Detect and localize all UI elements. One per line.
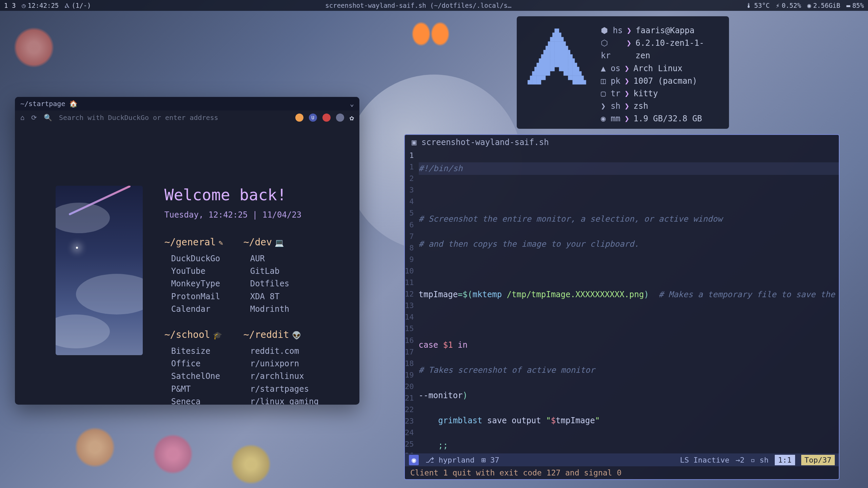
bookmark-icon[interactable]: ✿ [350, 114, 354, 122]
category-school: ~/school🎓 Bitesize Office SatchelOne P&M… [164, 329, 223, 405]
clock-icon: ◷ [22, 2, 25, 9]
extension-icon-4[interactable] [336, 114, 344, 122]
git-branch: ⎇ hyprland [426, 456, 474, 464]
memory-widget: ◉ 2.56GiB [807, 2, 841, 9]
editor-status-line: ◉ ⎇ hyprland ⊞ 37 LS Inactive →2 ▫ sh 1:… [405, 453, 839, 466]
category-general: ~/general✎ DuckDuckGo YouTube MonkeyType… [164, 237, 223, 316]
browser-tab-bar: ~/startpage 🏠 ⌄ [15, 97, 359, 110]
datetime-text: Tuesday, 12:42:25 | 11/04/23 [164, 210, 319, 220]
status-bar: 1 3 ◷ 12:42:25 Ⲁ (1/-) screenshot-waylan… [0, 0, 868, 11]
browser-tab[interactable]: ~/startpage 🏠 [20, 100, 78, 108]
arch-logo: ▄ ▟█▙ ▟███▙ ▟█████▙ ▟███████▙ ▟███▀ ▀███… [528, 24, 589, 125]
workspace-indicator[interactable]: 1 3 [4, 2, 16, 9]
mem-icon: ◉ [807, 2, 811, 9]
system-info: ⬢ hs❯faaris@Kappa ⬡ kr❯6.2.10-zen1-1-zen… [601, 24, 718, 125]
refresh-icon[interactable]: ⟳ [31, 114, 37, 122]
link-gitlab[interactable]: GitLab [250, 265, 319, 278]
link-linuxgaming[interactable]: r/linux_gaming [250, 395, 319, 405]
link-pmt[interactable]: P&MT [171, 383, 223, 395]
extension-icon-3[interactable] [322, 114, 331, 122]
link-startpages[interactable]: r/startpages [250, 383, 319, 395]
temp-icon: 🌡 [746, 2, 752, 9]
pencil-icon: ✎ [218, 239, 223, 247]
category-dev: ~/dev💻 AUR GitLab Dotfiles XDA 8T Modrin… [243, 237, 319, 316]
welcome-heading: Welcome back! [164, 186, 319, 204]
startpage-image [56, 186, 143, 355]
graduation-icon: 🎓 [213, 331, 222, 340]
extension-icon-1[interactable] [295, 114, 303, 122]
link-monkeytype[interactable]: MonkeyType [171, 278, 223, 290]
link-modrinth[interactable]: Modrinth [250, 303, 319, 316]
code-area[interactable]: #!/bin/sh # Screenshot the entire monito… [419, 150, 839, 453]
cursor-position: 1:1 [775, 455, 795, 465]
startpage-content: Welcome back! Tuesday, 12:42:25 | 11/04/… [15, 125, 359, 405]
link-bitesize[interactable]: Bitesize [171, 345, 223, 358]
link-office[interactable]: Office [171, 358, 223, 370]
link-seneca[interactable]: Seneca [171, 395, 223, 405]
terminal-neofetch[interactable]: ▄ ▟█▙ ▟███▙ ▟█████▙ ▟███████▙ ▟███▀ ▀███… [517, 16, 729, 129]
browser-window: ~/startpage 🏠 ⌄ ⌂ ⟳ 🔍 Search with DuckDu… [15, 97, 359, 405]
mode-badge: ◉ [409, 455, 419, 465]
scroll-position: Top/37 [801, 455, 835, 465]
layout-text: (1/-) [72, 2, 91, 9]
cpu-icon: ⚡ [776, 2, 780, 9]
laptop-icon: 💻 [275, 239, 284, 247]
link-protonmail[interactable]: ProtonMail [171, 290, 223, 303]
line-count: ⊞ 37 [481, 456, 499, 464]
window-title: screenshot-wayland-saif.sh (~/dotfiles/.… [91, 2, 746, 9]
battery-icon: ▬ [846, 2, 850, 9]
indent-status: →2 [735, 456, 745, 464]
browser-toolbar: ⌂ ⟳ 🔍 Search with DuckDuckGo or enter ad… [15, 110, 359, 125]
address-bar[interactable]: Search with DuckDuckGo or enter address [59, 114, 289, 122]
temperature-widget: 🌡 53°C [746, 2, 770, 9]
link-aur[interactable]: AUR [250, 252, 319, 265]
battery-widget: ▬ 85% [846, 2, 864, 9]
clock: 12:42:25 [28, 2, 59, 9]
editor-tab[interactable]: ▣ screenshot-wayland-saif.sh [405, 135, 839, 150]
editor-message: Client 1 quit with exit code 127 and sig… [405, 466, 839, 479]
link-satchelone[interactable]: SatchelOne [171, 370, 223, 383]
line-numbers: 1 1 2 3 4 5 6 7 8 9 10 11 12 13 14 15 16… [405, 150, 419, 453]
link-duckduckgo[interactable]: DuckDuckGo [171, 252, 223, 265]
search-icon: 🔍 [44, 114, 52, 122]
link-unixporn[interactable]: r/unixporn [250, 358, 319, 370]
reddit-icon: 👽 [292, 331, 301, 340]
home-icon[interactable]: ⌂ [20, 114, 24, 122]
editor-window: ▣ screenshot-wayland-saif.sh 1 1 2 3 4 5… [404, 134, 840, 480]
link-dotfiles[interactable]: Dotfiles [250, 278, 319, 290]
link-reddit[interactable]: reddit.com [250, 345, 319, 358]
cpu-widget: ⚡ 0.52% [776, 2, 801, 9]
layout-icon: Ⲁ [65, 2, 70, 9]
link-archlinux[interactable]: r/archlinux [250, 370, 319, 383]
link-youtube[interactable]: YouTube [171, 265, 223, 278]
category-reddit: ~/reddit👽 reddit.com r/unixporn r/archli… [243, 329, 319, 405]
tab-dropdown-icon[interactable]: ⌄ [350, 100, 354, 108]
link-calendar[interactable]: Calendar [171, 303, 223, 316]
filetype: ▫ sh [751, 456, 769, 464]
link-xda[interactable]: XDA 8T [250, 290, 319, 303]
extension-bitwarden-icon[interactable]: U [309, 114, 317, 122]
lsp-status: LS Inactive [680, 456, 730, 464]
